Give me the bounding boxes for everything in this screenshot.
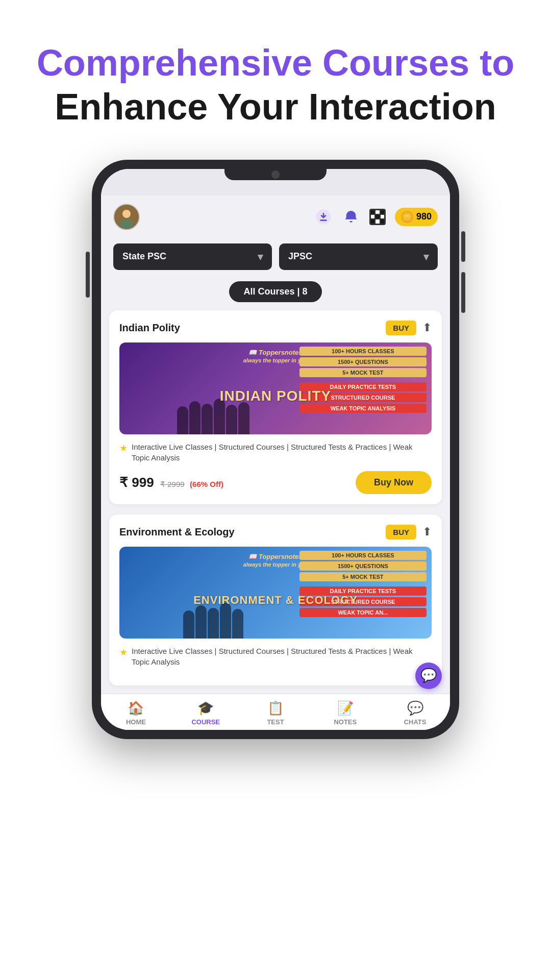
notch-bar	[224, 169, 327, 180]
banner-bg-env: 📖 Toppersnotes always the topper in you …	[119, 547, 432, 639]
nav-label-chats: CHATS	[404, 718, 427, 726]
nav-label-test: TEST	[267, 718, 284, 726]
share-icon[interactable]: ⬆	[422, 321, 432, 334]
subcategory-dropdown[interactable]: JPSC ▾	[279, 243, 438, 270]
nav-item-course[interactable]: 🎓 COURSE	[171, 694, 241, 730]
category-chevron-icon: ▾	[258, 251, 263, 263]
course-banner-indian-polity: 📖 Toppersnotes always the topper in you …	[119, 342, 432, 434]
svg-point-2	[120, 219, 133, 229]
chats-icon: 💬	[407, 700, 423, 716]
hero-title-line2: Enhance Your Interaction	[31, 85, 520, 129]
price-row: ₹ 999 ₹ 2999 (66% Off) Buy Now	[119, 471, 432, 494]
banner-stats-env: 100+ HOURS CLASSES 1500+ QUESTIONS 5+ MO…	[294, 547, 432, 639]
nav-label-home: HOME	[126, 718, 146, 726]
stat-weak-env: WEAK TOPIC AN...	[299, 608, 427, 617]
stat-mock: 5+ MOCK TEST	[299, 368, 427, 377]
stat-mock-env: 5+ MOCK TEST	[299, 572, 427, 581]
app-header: 🪙 980	[101, 195, 450, 238]
banner-subject-title: INDIAN POLITY	[220, 388, 331, 404]
header-icons: 🪙 980	[314, 208, 438, 226]
star-icon-env: ★	[119, 647, 128, 658]
star-icon: ★	[119, 443, 128, 454]
qr-code-icon[interactable]	[369, 209, 386, 225]
price-discount: (66% Off)	[190, 480, 223, 488]
nav-label-course: COURSE	[191, 718, 220, 726]
stat-questions-env: 1500+ QUESTIONS	[299, 561, 427, 571]
coins-badge: 🪙 980	[395, 208, 438, 226]
card-header-env: Environment & Ecology BUY ⬆	[119, 525, 432, 540]
app-content: 🪙 980 State PSC ▾ JPSC ▾	[101, 195, 450, 730]
banner-people-env	[119, 547, 307, 639]
course-count-pill: All Courses | 8	[229, 281, 321, 302]
stat-hours-env: 100+ HOURS CLASSES	[299, 551, 427, 560]
price-current: ₹ 999	[119, 475, 154, 490]
home-icon: 🏠	[128, 700, 144, 716]
stat-weak: WEAK TOPIC ANALYSIS	[299, 404, 427, 413]
course-banner-env: 📖 Toppersnotes always the topper in you …	[119, 547, 432, 639]
course-title-env: Environment & Ecology	[119, 526, 235, 538]
hero-title-line1: Comprehensive Courses to	[31, 41, 520, 85]
hero-section: Comprehensive Courses to Enhance Your In…	[0, 0, 551, 150]
card-actions-env: BUY ⬆	[386, 525, 432, 540]
course-card-env-ecology: Environment & Ecology BUY ⬆ 📖 Toppersnot…	[109, 514, 442, 685]
features-row-env: ★ Interactive Live Classes | Structured …	[119, 646, 432, 667]
download-icon[interactable]	[314, 208, 333, 226]
coins-count: 980	[416, 211, 432, 222]
stat-hours: 100+ HOURS CLASSES	[299, 347, 427, 356]
price-original: ₹ 2999	[160, 480, 185, 488]
power-button	[86, 252, 90, 298]
nav-item-chats[interactable]: 💬 CHATS	[380, 694, 450, 730]
category-dropdown[interactable]: State PSC ▾	[113, 243, 272, 270]
notes-icon: 📝	[337, 700, 354, 716]
phone-outer: 🪙 980 State PSC ▾ JPSC ▾	[92, 160, 459, 739]
courses-list: Indian Polity BUY ⬆ 📖 Toppersnotes alway…	[101, 310, 450, 694]
features-row: ★ Interactive Live Classes | Structured …	[119, 442, 432, 463]
buy-now-button[interactable]: Buy Now	[356, 471, 432, 494]
phone-screen: 🪙 980 State PSC ▾ JPSC ▾	[101, 169, 450, 730]
category-label: State PSC	[122, 251, 166, 262]
test-icon: 📋	[267, 700, 284, 716]
pill-row: All Courses | 8	[101, 275, 450, 310]
bell-icon[interactable]	[342, 208, 360, 226]
nav-item-test[interactable]: 📋 TEST	[241, 694, 311, 730]
coin-icon: 🪙	[401, 211, 413, 223]
price-info: ₹ 999 ₹ 2999 (66% Off)	[119, 475, 223, 491]
float-chat-button[interactable]: 💬	[415, 663, 442, 689]
buy-badge[interactable]: BUY	[386, 321, 416, 335]
banner-subject-title-env: ENVIRONMENT & ECOLOGY	[193, 594, 358, 607]
nav-item-home[interactable]: 🏠 HOME	[101, 694, 171, 730]
features-text-env: Interactive Live Classes | Structured Co…	[132, 646, 432, 667]
nav-label-notes: NOTES	[334, 718, 357, 726]
avatar[interactable]	[113, 204, 140, 230]
card-actions: BUY ⬆	[386, 321, 432, 335]
volume-down-button	[461, 272, 465, 313]
card-header: Indian Polity BUY ⬆	[119, 321, 432, 335]
bottom-nav: 🏠 HOME 🎓 COURSE 📋 TEST 📝 NOTES	[101, 694, 450, 730]
features-text: Interactive Live Classes | Structured Co…	[132, 442, 432, 463]
camera-dot	[271, 170, 280, 179]
nav-item-notes[interactable]: 📝 NOTES	[310, 694, 380, 730]
course-card-indian-polity: Indian Polity BUY ⬆ 📖 Toppersnotes alway…	[109, 310, 442, 504]
volume-up-button	[461, 231, 465, 262]
share-icon-env[interactable]: ⬆	[422, 525, 432, 538]
course-title: Indian Polity	[119, 322, 180, 334]
filter-row: State PSC ▾ JPSC ▾	[101, 238, 450, 275]
stat-questions: 1500+ QUESTIONS	[299, 357, 427, 366]
buy-badge-env[interactable]: BUY	[386, 525, 416, 540]
svg-point-1	[122, 210, 131, 218]
banner-bg: 📖 Toppersnotes always the topper in you …	[119, 342, 432, 434]
phone-notch	[101, 169, 450, 195]
course-icon: 🎓	[197, 700, 214, 716]
subcategory-label: JPSC	[288, 251, 312, 262]
subcategory-chevron-icon: ▾	[423, 251, 429, 263]
phone-mockup: 🪙 980 State PSC ▾ JPSC ▾	[92, 160, 459, 739]
